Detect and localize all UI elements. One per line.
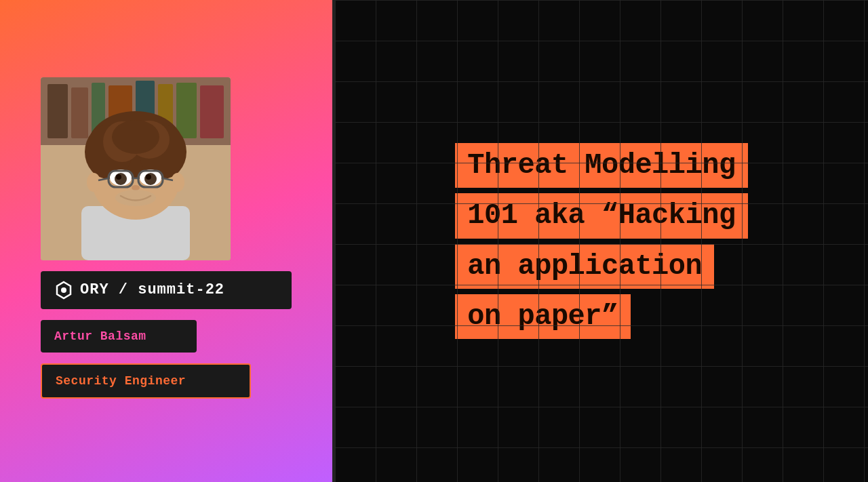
speaker-role: Security Engineer xyxy=(56,374,186,388)
svg-rect-8 xyxy=(176,83,197,138)
svg-rect-2 xyxy=(47,84,68,138)
svg-point-26 xyxy=(146,174,151,180)
name-badge: Artur Balsam xyxy=(41,320,197,353)
svg-point-35 xyxy=(61,287,66,293)
talk-title-line-2: 101 aka “Hacking xyxy=(455,193,747,238)
svg-point-20 xyxy=(171,173,184,192)
svg-rect-9 xyxy=(200,85,224,138)
logo-bar: ORY / summit-22 xyxy=(41,271,292,309)
left-panel: ORY / summit-22 Artur Balsam Security En… xyxy=(0,0,332,482)
logo-text: ORY / summit-22 xyxy=(80,281,224,298)
svg-point-18 xyxy=(112,120,159,154)
svg-point-19 xyxy=(87,173,100,192)
talk-title-block: Threat Modelling 101 aka “Hacking an app… xyxy=(455,143,747,340)
speaker-card: ORY / summit-22 Artur Balsam Security En… xyxy=(27,64,305,419)
talk-title-line-4: on paper” xyxy=(455,294,630,339)
svg-point-32 xyxy=(132,185,140,190)
profile-photo xyxy=(41,77,231,260)
svg-rect-3 xyxy=(71,87,88,138)
role-badge: Security Engineer xyxy=(41,363,251,399)
talk-title-line-1: Threat Modelling xyxy=(455,143,747,188)
talk-title-line-3: an application xyxy=(455,244,714,289)
svg-point-33 xyxy=(115,190,156,206)
right-panel: Threat Modelling 101 aka “Hacking an app… xyxy=(335,0,868,482)
svg-point-23 xyxy=(115,173,127,185)
ory-logo-icon xyxy=(54,281,73,300)
speaker-name: Artur Balsam xyxy=(54,329,146,343)
svg-point-25 xyxy=(116,174,121,180)
svg-point-24 xyxy=(144,173,157,185)
